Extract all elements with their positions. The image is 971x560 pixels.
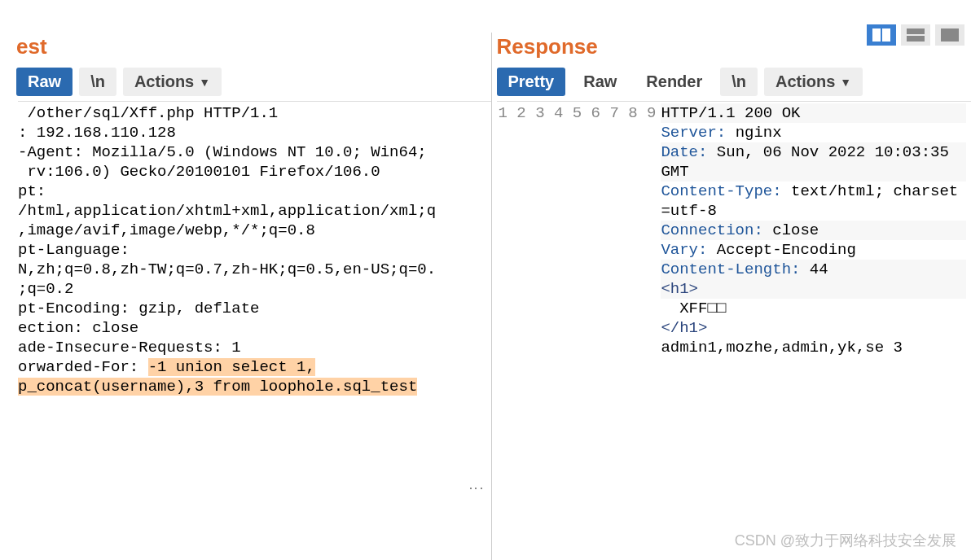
line-gutter: 1 2 3 4 5 6 7 8 9 bbox=[497, 103, 661, 560]
response-title: Response bbox=[497, 33, 972, 66]
tab-raw[interactable]: Raw bbox=[16, 68, 72, 96]
tab-actions-response[interactable]: Actions ▼ bbox=[764, 68, 863, 96]
response-tabs: Pretty Raw Render \n Actions ▼ bbox=[497, 66, 972, 101]
response-viewer[interactable]: 1 2 3 4 5 6 7 8 9 HTTP/1.1 200 OKServer:… bbox=[497, 101, 972, 560]
chevron-down-icon: ▼ bbox=[199, 76, 210, 89]
request-editor[interactable]: /other/sql/Xff.php HTTP/1.1 : 192.168.11… bbox=[18, 101, 491, 560]
tab-pretty[interactable]: Pretty bbox=[497, 68, 566, 96]
tab-newline-response[interactable]: \n bbox=[720, 68, 758, 96]
response-panel: Response Pretty Raw Render \n Actions ▼ … bbox=[497, 33, 972, 560]
tab-raw-response[interactable]: Raw bbox=[572, 68, 628, 96]
tab-newline[interactable]: \n bbox=[79, 68, 116, 96]
drag-handle-icon[interactable]: ⋮ bbox=[468, 481, 486, 497]
request-body[interactable]: /other/sql/Xff.php HTTP/1.1 : 192.168.11… bbox=[18, 103, 491, 560]
response-body: HTTP/1.1 200 OKServer: nginxDate: Sun, 0… bbox=[661, 103, 971, 560]
request-panel: est Raw \n Actions ▼ /other/sql/Xff.php … bbox=[16, 33, 492, 560]
sql-injection-highlight-2: p_concat(username),3 from loophole.sql_t… bbox=[18, 378, 417, 396]
tab-render[interactable]: Render bbox=[635, 68, 714, 96]
chevron-down-icon: ▼ bbox=[840, 76, 851, 89]
request-title: est bbox=[16, 33, 491, 66]
request-tabs: Raw \n Actions ▼ bbox=[16, 66, 491, 101]
tab-actions-label: Actions bbox=[134, 72, 194, 91]
tab-actions-response-label: Actions bbox=[775, 72, 835, 91]
tab-actions[interactable]: Actions ▼ bbox=[123, 68, 222, 96]
sql-injection-highlight-1: -1 union select 1, bbox=[148, 358, 315, 376]
watermark: CSDN @致力于网络科技安全发展 bbox=[735, 531, 956, 550]
